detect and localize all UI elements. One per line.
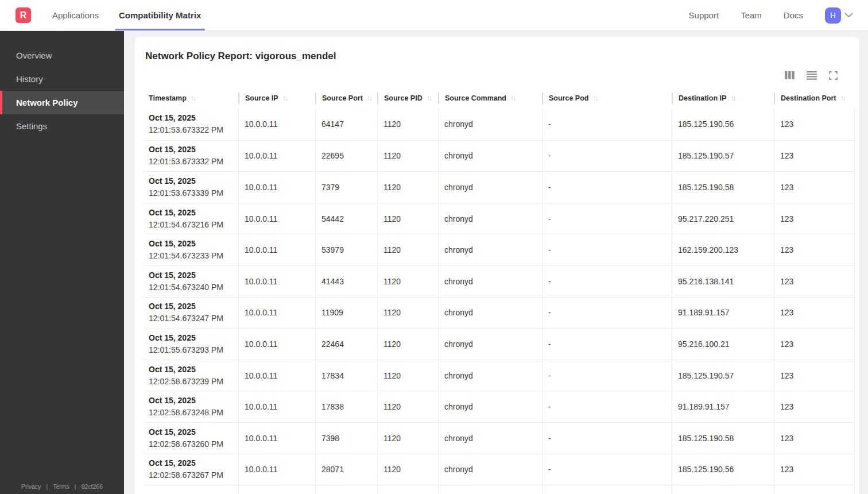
column-header-timestamp[interactable]: Timestamp ↑↓ — [144, 92, 238, 104]
table-row: Oct 15, 2025 12:01:53.673339 PM 10.0.0.1… — [144, 171, 855, 203]
cell-destination-port: 123 — [774, 141, 855, 172]
tab-label: Applications — [52, 10, 99, 20]
terms-link[interactable]: Terms — [53, 483, 69, 490]
user-avatar[interactable]: H — [825, 7, 841, 24]
cell-source-pid: 1120 — [377, 454, 438, 485]
cell-destination-port: 123 — [774, 360, 855, 391]
table-row: Oct 15, 2025 12:02:58.673239 PM 10.0.0.1… — [144, 360, 855, 391]
tab-label: Compatibility Matrix — [119, 10, 201, 20]
nav-link-support[interactable]: Support — [689, 10, 719, 20]
cell-destination-port: 123 — [774, 423, 855, 454]
cell-source-ip: 10.0.0.11 — [238, 423, 315, 454]
sidebar: Overview History Network Policy Settings… — [0, 31, 124, 494]
sort-icon[interactable]: ↑↓ — [282, 94, 287, 102]
timestamp-time: 12:02:58.673248 PM — [149, 408, 238, 418]
fullscreen-icon[interactable] — [829, 71, 838, 80]
sort-icon[interactable]: ↑↓ — [510, 94, 515, 102]
table-row: Oct 15, 2025 12:01:53.673332 PM 10.0.0.1… — [144, 140, 855, 172]
list-view-icon[interactable] — [807, 71, 817, 80]
cell-source-pod: - — [542, 454, 672, 485]
timestamp-date: Oct 15, 2025 — [149, 208, 238, 218]
cell-destination-ip: 95.216.138.141 — [672, 266, 774, 297]
cell-source-command: chronyd — [438, 391, 542, 422]
cell-source-pod: - — [542, 391, 672, 422]
active-tab-underline — [115, 29, 205, 30]
column-header-source-command[interactable]: Source Command ↑↓ — [438, 92, 542, 104]
timestamp-date: Oct 15, 2025 — [149, 145, 238, 155]
table-row: Oct 15, 2025 12:01:54.673216 PM 10.0.0.1… — [144, 203, 855, 234]
column-header-source-ip[interactable]: Source IP ↑↓ — [238, 92, 315, 104]
sidebar-item-network-policy[interactable]: Network Policy — [0, 91, 124, 114]
tab-compatibility-matrix[interactable]: Compatibility Matrix — [119, 0, 201, 30]
cell-source-command: chronyd — [438, 454, 542, 485]
column-header-source-port[interactable]: Source Port ↑↓ — [315, 92, 377, 104]
column-header-destination-port[interactable]: Destination Port ↑↓ — [774, 92, 855, 104]
privacy-link[interactable]: Privacy — [21, 483, 41, 490]
cell-timestamp: Oct 15, 2025 12:02:58.673248 PM — [144, 391, 238, 422]
column-header-source-pod[interactable]: Source Pod ↑↓ — [542, 92, 672, 104]
cell-source-port: 11909 — [315, 298, 377, 329]
cell-source-port: 7398 — [315, 423, 377, 454]
timestamp-time: 12:01:55.673293 PM — [149, 345, 238, 355]
column-header-source-pid[interactable]: Source PID ↑↓ — [377, 92, 438, 104]
cell-source-command: chronyd — [438, 360, 542, 391]
nav-link-docs[interactable]: Docs — [784, 10, 803, 20]
cell-source-pod: - — [542, 423, 672, 454]
cell-source-command: chronyd — [438, 109, 542, 140]
cell-destination-port: 123 — [774, 298, 855, 329]
cell-source-command: chronyd — [438, 141, 542, 172]
table-row: Oct 15, 2025 12:01:53.673322 PM 10.0.0.1… — [144, 109, 855, 140]
navbar-right: Support Team Docs H — [689, 7, 868, 24]
cell-destination-ip: 185.125.190.56 — [672, 109, 774, 140]
table-row: Oct 15, 2025 12:01:55.673293 PM 10.0.0.1… — [144, 328, 855, 360]
tab-applications[interactable]: Applications — [52, 0, 99, 30]
cell-source-pod: - — [542, 203, 672, 234]
cell-source-port: 22464 — [315, 329, 377, 360]
columns-view-icon[interactable] — [785, 71, 795, 79]
timestamp-date: Oct 15, 2025 — [149, 239, 238, 249]
cell-destination-ip: 185.125.190.57 — [672, 360, 774, 391]
sidebar-nav: Overview History Network Policy Settings — [0, 31, 124, 138]
cell-source-pid: 1120 — [377, 266, 438, 297]
cell-source-pod — [542, 485, 672, 494]
cell-source-port: 22695 — [315, 141, 377, 172]
sort-icon[interactable]: ↑↓ — [592, 94, 597, 102]
cell-timestamp: Oct 15, 2025 12:02:58.673239 PM — [144, 360, 238, 391]
sidebar-item-label: Network Policy — [16, 98, 78, 107]
table-body: Oct 15, 2025 12:01:53.673322 PM 10.0.0.1… — [144, 109, 850, 494]
app-logo[interactable]: R — [16, 7, 31, 23]
sort-icon[interactable]: ↑↓ — [427, 94, 431, 102]
sort-icon[interactable]: ↑↓ — [191, 94, 195, 102]
cell-source-ip: 10.0.0.11 — [238, 266, 315, 297]
cell-source-command: chronyd — [438, 203, 542, 234]
cell-source-command: chronyd — [438, 266, 542, 297]
sort-icon[interactable]: ↑↓ — [840, 94, 845, 102]
cell-source-ip: 10.0.0.11 — [238, 329, 315, 360]
cell-destination-port: 123 — [774, 266, 855, 297]
timestamp-date: Oct 15, 2025 — [149, 113, 238, 123]
column-header-destination-ip[interactable]: Destination IP ↑↓ — [672, 92, 774, 104]
report-card: Network Policy Report: vigorous_mendel T… — [135, 37, 859, 494]
cell-source-pod: - — [542, 298, 672, 329]
sidebar-footer: Privacy | Terms | 02cf266 — [0, 483, 124, 490]
timestamp-time: 12:01:53.673339 PM — [149, 188, 238, 198]
cell-source-ip: 10.0.0.11 — [238, 172, 315, 203]
timestamp-date: Oct 15, 2025 — [149, 271, 238, 280]
sort-icon[interactable]: ↑↓ — [367, 94, 371, 102]
cell-source-command: chronyd — [438, 234, 542, 265]
timestamp-time: 12:02:58.673267 PM — [149, 470, 238, 480]
sidebar-item-overview[interactable]: Overview — [0, 44, 124, 67]
cell-source-command: chronyd — [438, 329, 542, 360]
sidebar-item-settings[interactable]: Settings — [0, 114, 124, 138]
timestamp-time: 12:01:54.673216 PM — [149, 220, 238, 230]
nav-link-team[interactable]: Team — [741, 10, 762, 20]
chevron-down-icon[interactable] — [844, 13, 853, 18]
cell-timestamp: Oct 15, 2025 12:02:58.673260 PM — [144, 423, 238, 454]
sort-icon[interactable]: ↑↓ — [730, 94, 735, 102]
cell-destination-port: 123 — [774, 454, 855, 485]
cell-source-pod: - — [542, 109, 672, 140]
cell-source-port: 28071 — [315, 454, 377, 485]
sidebar-item-history[interactable]: History — [0, 67, 124, 91]
top-navbar: R Applications Compatibility Matrix Supp… — [0, 0, 868, 31]
cell-destination-ip: 91.189.91.157 — [672, 298, 774, 329]
